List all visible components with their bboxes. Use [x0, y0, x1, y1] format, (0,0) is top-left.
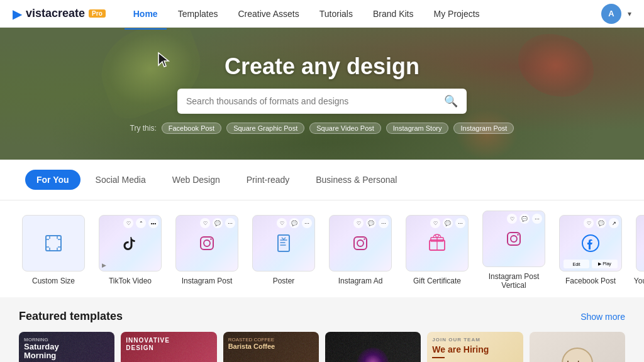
fb-share-icon[interactable]: ↗	[609, 218, 619, 228]
ig-ad-comment-icon[interactable]: 💬	[366, 218, 376, 228]
design-type-youtube[interactable]: ♡ 💬 ⋯ YouTube Thumbnail	[633, 215, 644, 285]
wah-eyebrow: JOIN OUR TEAM	[432, 337, 518, 343]
hero-title: Create any design	[225, 53, 419, 80]
nav-brand-kits[interactable]: Brand Kits	[364, 5, 423, 23]
try-chip-square-graphic[interactable]: Square Graphic Post	[226, 123, 304, 134]
tiktok-label: TikTok Video	[109, 277, 152, 285]
design-type-ig-vertical[interactable]: ♡ 💬 ⋯ Instagram Post Vertical	[479, 211, 548, 290]
template-dark-abstract[interactable]	[325, 332, 421, 362]
ig-v-action-icons: ♡ 💬 ⋯	[507, 214, 542, 224]
ig-v-comment-icon[interactable]: 💬	[519, 214, 530, 224]
fb-play-btn[interactable]: ▶ Play	[592, 260, 618, 268]
tc2-title: INNOVATIVEDESIGN	[126, 337, 211, 352]
try-chip-square-video[interactable]: Square Video Post	[309, 123, 381, 134]
template-we-are-hiring[interactable]: JOIN OUR TEAM We are Hiring	[427, 332, 523, 362]
tiktok-thumb: ▶ ♡ ⌃ •••	[99, 215, 162, 272]
instagram-ad-icon	[349, 232, 372, 255]
design-types-row: Custom Size ▶ ♡ ⌃ ••• TikTok Video	[19, 211, 625, 290]
nav-tutorials[interactable]: Tutorials	[311, 5, 362, 23]
template-coffee-dark[interactable]: ROASTED COFFEE Barista Coffee	[223, 332, 319, 362]
search-input[interactable]	[186, 96, 444, 106]
tiktok-action-icons: ♡ ⌃ •••	[123, 218, 158, 228]
try-chip-instagram-post[interactable]: Instagram Post	[453, 123, 514, 134]
design-types-section: Custom Size ▶ ♡ ⌃ ••• TikTok Video	[0, 200, 644, 297]
custom-size-label: Custom Size	[32, 277, 75, 285]
svg-point-12	[517, 234, 518, 235]
gift-heart-icon[interactable]: ♡	[430, 218, 440, 228]
ig-ad-heart-icon[interactable]: ♡	[353, 218, 364, 228]
facebook-icon	[579, 232, 602, 255]
category-tabs: For You Social Media Web Design Print-re…	[0, 160, 644, 200]
ig-more-icon[interactable]: ⋯	[225, 218, 235, 228]
tc3-title: Barista Coffee	[228, 343, 314, 350]
search-icon[interactable]: 🔍	[444, 94, 458, 108]
design-type-tiktok[interactable]: ▶ ♡ ⌃ ••• TikTok Video	[96, 215, 165, 285]
template-saturday-morning[interactable]: MORNING SaturdayMorning	[19, 332, 114, 362]
instagram-post-label: Instagram Post	[182, 277, 233, 285]
wah-divider	[432, 357, 445, 358]
tiktok-heart-icon[interactable]: ♡	[123, 218, 133, 228]
nav-templates[interactable]: Templates	[169, 5, 227, 23]
tab-web-design[interactable]: Web Design	[161, 170, 231, 190]
design-type-poster[interactable]: ♡ 💬 ⋯ Poster	[249, 215, 318, 285]
fb-edit-btn[interactable]: Edit	[564, 260, 589, 268]
featured-header: Featured templates Show more	[19, 310, 625, 323]
show-more-link[interactable]: Show more	[580, 312, 625, 322]
gift-cert-thumb: ♡ 💬 ⋯	[406, 215, 469, 272]
navbar: ▶ vistacreate Pro Home Templates Creativ…	[0, 0, 644, 28]
gift-cert-label: Gift Certificate	[413, 277, 461, 285]
poster-comment-icon[interactable]: 💬	[289, 218, 299, 228]
tc3-eyebrow: ROASTED COFFEE	[228, 337, 314, 343]
ig-heart-icon[interactable]: ♡	[200, 218, 210, 228]
fb-heart-icon[interactable]: ♡	[584, 218, 594, 228]
tiktok-icon	[119, 232, 142, 255]
design-type-instagram-post[interactable]: ♡ 💬 ⋯ Instagram Post	[172, 215, 242, 285]
tiktok-more-icon[interactable]: •••	[148, 218, 158, 228]
instagram-ad-label: Instagram Ad	[338, 277, 383, 285]
svg-point-3	[210, 238, 211, 239]
badge-circle: badge	[562, 348, 593, 362]
fb-comment-icon[interactable]: 💬	[596, 218, 606, 228]
ig-action-icons: ♡ 💬 ⋯	[200, 218, 235, 228]
poster-action-icons: ♡ 💬 ⋯	[277, 218, 312, 228]
nav-creative-assets[interactable]: Creative Assets	[229, 5, 308, 23]
try-chip-facebook[interactable]: Facebook Post	[162, 123, 221, 134]
logo[interactable]: ▶ vistacreate Pro	[13, 6, 106, 21]
design-type-custom-size[interactable]: Custom Size	[19, 215, 88, 285]
template-badge-design[interactable]: badge	[530, 332, 625, 362]
try-this: Try this: Facebook Post Square Graphic P…	[130, 123, 514, 134]
pro-badge: Pro	[89, 9, 106, 18]
ig-ad-more-icon[interactable]: ⋯	[379, 218, 389, 228]
avatar-chevron[interactable]: ▾	[628, 9, 631, 18]
svg-rect-4	[278, 235, 289, 251]
gift-comment-icon[interactable]: 💬	[443, 218, 453, 228]
search-bar: 🔍	[177, 89, 467, 114]
wah-title: We are Hiring	[432, 345, 518, 354]
template-innovative-design[interactable]: INNOVATIVEDESIGN	[121, 332, 216, 362]
tiktok-share-icon[interactable]: ⌃	[136, 218, 146, 228]
poster-more-icon[interactable]: ⋯	[302, 218, 312, 228]
ig-vertical-thumb: ♡ 💬 ⋯	[482, 211, 545, 267]
tab-business-personal[interactable]: Business & Personal	[304, 170, 408, 190]
tab-for-you[interactable]: For You	[25, 170, 80, 190]
design-type-facebook-post[interactable]: ♡ 💬 ↗ Edit ▶ Play Facebook Post	[556, 215, 625, 285]
ig-comment-icon[interactable]: 💬	[213, 218, 223, 228]
ig-v-more-icon[interactable]: ⋯	[532, 214, 542, 224]
tab-print-ready[interactable]: Print-ready	[235, 170, 301, 190]
svg-point-7	[364, 238, 365, 239]
tc1-title: SaturdayMorning	[24, 343, 109, 361]
try-chip-instagram-story[interactable]: Instagram Story	[386, 123, 449, 134]
design-type-instagram-ad[interactable]: ♡ 💬 ⋯ Instagram Ad	[326, 215, 395, 285]
design-type-gift-certificate[interactable]: ♡ 💬 ⋯ Gift Certificate	[402, 215, 472, 285]
instagram-post-thumb: ♡ 💬 ⋯	[175, 215, 238, 272]
instagram-icon	[196, 232, 218, 255]
nav-my-projects[interactable]: My Projects	[425, 5, 489, 23]
nav-home[interactable]: Home	[125, 5, 167, 23]
ig-v-heart-icon[interactable]: ♡	[507, 214, 517, 224]
tab-social-media[interactable]: Social Media	[84, 170, 157, 190]
ig-vertical-icon	[502, 228, 525, 250]
poster-heart-icon[interactable]: ♡	[277, 218, 287, 228]
nav-links: Home Templates Creative Assets Tutorials…	[125, 5, 601, 23]
gift-more-icon[interactable]: ⋯	[455, 218, 465, 228]
avatar[interactable]: A	[601, 4, 621, 24]
